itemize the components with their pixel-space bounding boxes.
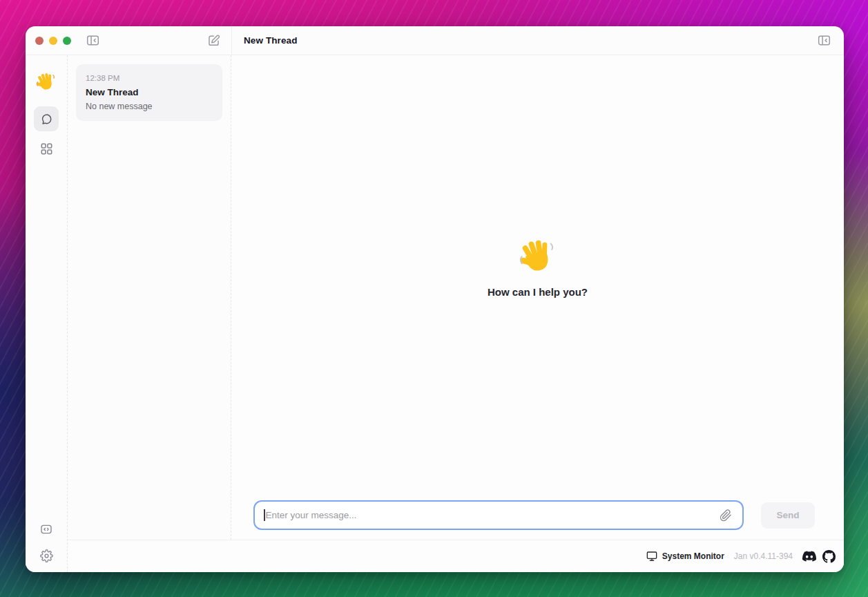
panel-collapse-icon [86,34,99,47]
discord-link-button[interactable] [802,549,816,563]
thread-title: New Thread [86,87,213,97]
composer-row: Send [231,500,844,540]
greeting-text: How can I help you? [488,286,588,298]
right-panel-toggle-button[interactable] [816,32,832,48]
discord-icon [802,549,816,563]
status-footer: System Monitor Jan v0.4.11-394 [68,540,844,572]
thread-list-item[interactable]: 12:38 PM New Thread No new message [76,64,222,121]
sidebar-item-threads[interactable] [34,106,59,131]
zoom-window-button[interactable] [63,37,71,45]
sidebar-item-settings[interactable] [39,548,55,564]
minimize-window-button[interactable] [49,37,57,45]
jan-app-window: New Thread [26,26,844,572]
thread-last-message: No new message [86,102,213,111]
new-thread-button[interactable] [206,32,222,48]
monitor-icon [646,551,657,562]
titlebar-left-panel [26,26,231,55]
panel-collapse-icon [818,34,831,47]
app-version-label: Jan v0.4.11-394 [734,551,793,561]
attach-file-button[interactable] [718,508,733,523]
code-box-icon [40,523,52,536]
empty-state: How can I help you? [231,55,844,500]
paperclip-icon [720,509,732,522]
text-caret [264,509,265,521]
chat-bubble-icon [40,113,53,126]
window-body: 12:38 PM New Thread No new message [26,55,844,572]
apps-grid-icon [40,142,53,155]
main-header: New Thread [231,26,844,55]
right-content-wrap: 12:38 PM New Thread No new message [68,55,844,572]
send-button[interactable]: Send [761,502,815,529]
content-row: 12:38 PM New Thread No new message [68,55,844,540]
github-icon [822,550,836,563]
page-title: New Thread [244,35,298,46]
close-window-button[interactable] [35,37,44,45]
thread-list-panel: 12:38 PM New Thread No new message [68,55,231,540]
waving-hand-icon [519,238,557,276]
sidebar-item-hub[interactable] [39,141,55,157]
settings-gear-icon [40,549,53,562]
message-input-container [253,500,744,530]
jan-wave-logo-icon [36,72,57,93]
system-monitor-button[interactable]: System Monitor [646,551,724,562]
compose-pencil-icon [207,34,220,47]
sidebar-icon-rail [26,55,68,572]
github-link-button[interactable] [822,550,836,563]
sidebar-item-local-api-server[interactable] [39,522,54,537]
thread-timestamp: 12:38 PM [86,74,213,82]
system-monitor-label: System Monitor [662,551,724,561]
sidebar-toggle-button[interactable] [85,32,101,48]
chat-main-area: How can I help you? [231,55,844,540]
titlebar: New Thread [26,26,844,55]
message-input[interactable] [266,510,719,520]
